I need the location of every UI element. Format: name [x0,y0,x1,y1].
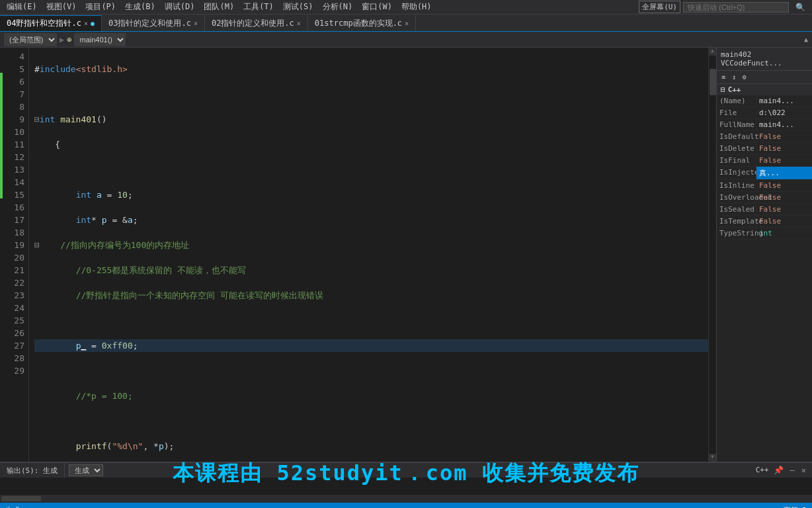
bottom-tab-output[interactable]: 输出(S): 生成 [0,463,65,478]
search-input[interactable] [683,2,789,13]
status-char-label: 字符 3 [784,505,807,509]
tab-file-2[interactable]: 02指针的定义和使用.c × [205,15,308,31]
scope-dropdown[interactable]: (全局范围) [4,33,57,46]
menu-debug[interactable]: 调试(D) [161,0,199,14]
close-panel-btn[interactable]: ✕ [799,466,808,475]
tab-close-3[interactable]: × [405,20,409,27]
bottom-panel: 输出(S): 生成 生成 C++ 📌 — ✕ [0,462,812,503]
tab-label-0: 04野指针和空指针.c [7,18,81,29]
output-dropdown: 生成 [65,463,107,478]
editor-container: 4 5 6 7 8 9 10 11 12 13 14 15 16 17 18 1… [0,48,716,462]
scroll-track[interactable] [709,56,716,454]
code-line-6: ⊟int main401() [34,113,708,126]
code-line-18 [34,415,708,427]
pin-btn[interactable]: 📌 [772,466,786,475]
menu-window[interactable]: 窗口(W) [358,0,396,14]
scrollbar-up-btn[interactable]: ▲ [804,36,808,43]
code-area[interactable]: #include<stdlib.h> ⊟int main401() { int … [29,48,708,462]
code-line-15: p_ = 0xff00; [34,339,708,352]
tab-file-3[interactable]: 01strcmp函数的实现.c × [308,15,416,31]
menu-build[interactable]: 生成(B) [121,0,159,14]
tab-close-2[interactable]: × [297,20,301,27]
bottom-tabs-right: C++ 📌 — ✕ [756,466,812,475]
prop-row-isdelete: IsDelete False [717,143,812,155]
scroll-thumb[interactable] [710,69,716,95]
prop-val-typestring: int [756,228,812,239]
code-line-19: printf("%d\n", *p); [34,440,708,452]
menu-team[interactable]: 团队(M) [200,0,238,14]
change-indicator [0,161,3,173]
bottom-content [0,478,812,495]
menu-project[interactable]: 项目(P) [81,0,120,14]
horizontal-scrollbar[interactable] [0,495,812,503]
prop-row-isinline: IsInline False [717,180,812,192]
prop-row-isdefault: IsDefault False [717,131,812,143]
prop-key-isfinal: IsFinal [717,155,756,166]
status-bar: 生成 字符 3 [0,503,812,508]
function-dropdown[interactable]: main401() [74,33,126,46]
scroll-down-btn[interactable]: ▼ [709,454,716,462]
menu-test[interactable]: 测试(S) [279,0,317,14]
tab-close-0[interactable]: × [84,20,88,27]
fullscreen-icon[interactable]: 全屏幕(U) [639,1,680,13]
prop-row-isfinal: IsFinal False [717,155,812,167]
prop-val-file: d:\022 [756,107,812,118]
tab-label-1: 03指针的定义和使用.c [108,18,191,29]
section-label: C++ [728,85,741,94]
prop-key-isinjected: IsInjected [717,167,756,179]
code-line-10: int* p = &a; [34,214,708,226]
prop-val-istemplate: False [756,216,812,227]
prop-key-fullname: FullName [717,119,756,130]
minimize-btn[interactable]: — [788,466,797,475]
collapse-icon[interactable]: ⊟ [721,85,725,94]
prop-val-isinline: False [756,180,812,191]
menu-bar: 编辑(E) 视图(V) 项目(P) 生成(B) 调试(D) 团队(M) 工具(T… [0,0,812,15]
prop-row-isoverloaded: IsOverloaded False [717,192,812,204]
prop-key-typestring: TypeString [717,228,756,239]
change-indicator [0,173,3,186]
change-indicator [0,110,3,123]
props-sort-btn[interactable]: ↕ [730,73,738,81]
code-line-5 [34,88,708,101]
menu-tools[interactable]: 工具(T) [239,0,278,14]
prop-val-name: main4... [756,95,812,106]
tab-close-1[interactable]: × [194,20,198,27]
props-toolbar: ≡ ↕ ⚙ [717,71,812,84]
code-line-11: ⊟ //指向内存编号为100的内存地址 [34,239,708,251]
cpp-label: C++ [756,466,769,475]
prop-val-isinjected: 真... [756,167,812,179]
prop-val-fullname: main4... [756,119,812,130]
nav-separator: ▶ [60,35,64,44]
scroll-up-btn[interactable]: ▲ [709,48,716,56]
prop-row-typestring: TypeString int [717,228,812,239]
h-scroll-thumb[interactable] [1,496,41,501]
prop-val-issealed: False [756,204,812,215]
vertical-scrollbar[interactable]: ▲ ▼ [708,48,716,462]
props-gear-btn[interactable]: ⚙ [741,73,749,81]
nav-bar: (全局范围) ▶ ⊕ main401() ▲ [0,32,812,48]
code-line-7: { [34,138,708,151]
props-cpp-section: ⊟ C++ [717,84,812,95]
menu-bar-right: 全屏幕(U) 🔍 [639,1,809,13]
menu-analyze[interactable]: 分析(N) [319,0,357,14]
prop-key-isdelete: IsDelete [717,143,756,154]
code-line-4: #include<stdlib.h> [34,63,708,75]
output-source-select[interactable]: 生成 [69,464,103,476]
tab-file-1[interactable]: 03指针的定义和使用.c × [102,15,205,31]
menu-view[interactable]: 视图(V) [42,0,81,14]
prop-row-file: File d:\022 [717,107,812,119]
props-categorize-btn[interactable]: ≡ [719,73,727,81]
prop-key-isinline: IsInline [717,180,756,191]
menu-edit[interactable]: 编辑(E) [3,0,41,14]
code-line-14 [34,314,708,327]
search-icon[interactable]: 🔍 [792,1,809,13]
props-table: ⊟ C++ (Name) main4... File d:\022 FullNa… [717,84,812,462]
tab-active-file[interactable]: 04野指针和空指针.c × ● [0,15,102,31]
menu-help[interactable]: 帮助(H) [397,0,436,14]
change-indicator [0,136,3,148]
prop-val-isoverloaded: False [756,192,812,203]
prop-key-isdefault: IsDefault [717,131,756,142]
bottom-tabs-row: 输出(S): 生成 生成 C++ 📌 — ✕ [0,463,812,478]
code-line-17: //*p = 100; [34,390,708,402]
prop-key-isoverloaded: IsOverloaded [717,192,756,203]
